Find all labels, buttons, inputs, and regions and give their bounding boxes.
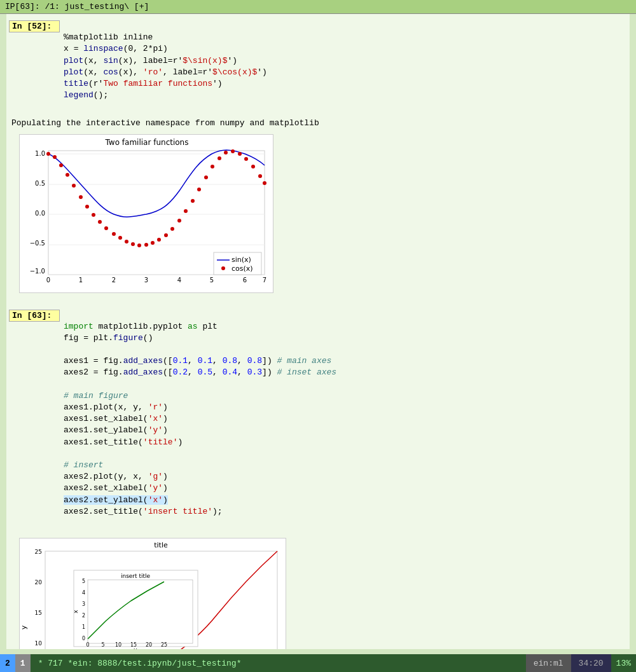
svg-text:0.5: 0.5 bbox=[35, 180, 45, 187]
svg-point-47 bbox=[231, 149, 235, 153]
svg-text:3: 3 bbox=[144, 277, 148, 284]
svg-text:cos(x): cos(x) bbox=[232, 264, 253, 273]
svg-text:10: 10 bbox=[35, 640, 43, 647]
svg-text:25: 25 bbox=[35, 549, 42, 555]
svg-text:3: 3 bbox=[82, 601, 85, 607]
svg-text:20: 20 bbox=[146, 642, 152, 648]
svg-text:2: 2 bbox=[112, 277, 116, 284]
chart2-svg: title y x 25 20 15 10 5 0 0 1 2 3 bbox=[19, 538, 286, 649]
svg-point-20 bbox=[53, 155, 57, 159]
svg-rect-74 bbox=[74, 570, 198, 647]
svg-point-43 bbox=[204, 175, 208, 179]
svg-point-34 bbox=[144, 243, 148, 247]
svg-point-40 bbox=[184, 209, 188, 213]
svg-point-33 bbox=[137, 243, 141, 247]
cell-63: In [63]: import matplotlib.pyplot as plt… bbox=[6, 303, 630, 650]
svg-text:1: 1 bbox=[82, 624, 85, 630]
svg-point-29 bbox=[112, 232, 116, 236]
svg-point-41 bbox=[191, 199, 195, 203]
svg-point-22 bbox=[66, 173, 69, 177]
svg-point-23 bbox=[72, 184, 76, 188]
svg-point-21 bbox=[59, 163, 63, 167]
svg-text:25: 25 bbox=[161, 642, 167, 648]
title-text: IP[63]: /1: just_testing\ [+] bbox=[5, 2, 149, 11]
chart1-title: Two familiar functions bbox=[105, 138, 189, 147]
svg-text:insert title: insert title bbox=[121, 573, 151, 579]
output-text-52: Populating the interactive namespace fro… bbox=[6, 117, 630, 129]
svg-point-27 bbox=[98, 220, 102, 224]
svg-point-46 bbox=[224, 151, 228, 154]
chart2-container: title y x 25 20 15 10 5 0 0 1 2 3 bbox=[19, 538, 286, 649]
svg-text:2: 2 bbox=[82, 613, 85, 619]
svg-text:−1.0: −1.0 bbox=[30, 268, 45, 275]
svg-point-35 bbox=[151, 241, 155, 245]
svg-text:20: 20 bbox=[35, 579, 43, 586]
status-bar: 2 1 * 717 *ein: 8888/test.ipynb/just_tes… bbox=[0, 654, 636, 672]
svg-point-36 bbox=[157, 238, 161, 242]
title-bar: IP[63]: /1: just_testing\ [+] bbox=[0, 0, 636, 14]
cell-code-52[interactable]: %matplotlib inline x = linspace(0, 2*pi)… bbox=[64, 19, 630, 114]
cell-code-63[interactable]: import matplotlib.pyplot as plt fig = pl… bbox=[64, 308, 630, 531]
svg-text:5: 5 bbox=[210, 277, 214, 284]
svg-point-39 bbox=[177, 219, 181, 223]
svg-point-52 bbox=[263, 181, 266, 185]
cell-52: In [52]: %matplotlib inline x = linspace… bbox=[6, 14, 630, 303]
svg-point-37 bbox=[164, 233, 168, 237]
chart1-svg: Two familiar functions 1.0 0.5 0.0 −0.5 … bbox=[19, 134, 273, 293]
svg-text:x: x bbox=[73, 610, 79, 614]
svg-point-24 bbox=[79, 195, 83, 199]
svg-text:1: 1 bbox=[79, 277, 83, 284]
svg-point-44 bbox=[211, 165, 214, 168]
svg-text:0.0: 0.0 bbox=[35, 210, 45, 217]
svg-point-48 bbox=[238, 152, 242, 156]
svg-point-25 bbox=[85, 205, 89, 209]
svg-text:y: y bbox=[20, 625, 28, 629]
svg-text:15: 15 bbox=[130, 642, 137, 648]
status-mode-1: 1 bbox=[15, 654, 31, 672]
svg-text:10: 10 bbox=[115, 642, 121, 648]
svg-text:sin(x): sin(x) bbox=[232, 256, 251, 264]
svg-text:0: 0 bbox=[82, 636, 85, 641]
svg-text:title: title bbox=[154, 541, 168, 549]
svg-point-51 bbox=[258, 174, 262, 178]
svg-point-45 bbox=[218, 156, 221, 160]
svg-text:7: 7 bbox=[263, 277, 266, 284]
svg-text:−0.5: −0.5 bbox=[30, 240, 45, 247]
status-position: 34:20 bbox=[571, 654, 611, 672]
status-notebook: * 717 *ein: 8888/test.ipynb/just_testing… bbox=[31, 654, 526, 672]
svg-text:15: 15 bbox=[35, 610, 42, 616]
svg-text:4: 4 bbox=[177, 277, 181, 284]
chart1-container: Two familiar functions 1.0 0.5 0.0 −0.5 … bbox=[19, 134, 273, 296]
svg-text:5: 5 bbox=[101, 642, 104, 648]
status-vim-mode: ein:ml bbox=[526, 654, 571, 672]
svg-point-49 bbox=[244, 157, 248, 161]
svg-text:4: 4 bbox=[82, 590, 85, 596]
svg-point-56 bbox=[221, 266, 225, 270]
svg-point-30 bbox=[118, 236, 122, 240]
svg-text:0: 0 bbox=[46, 277, 50, 284]
status-percent: 13% bbox=[611, 654, 636, 672]
svg-point-38 bbox=[170, 227, 174, 231]
svg-text:6: 6 bbox=[243, 277, 247, 284]
svg-text:1.0: 1.0 bbox=[35, 150, 45, 157]
svg-point-50 bbox=[251, 165, 255, 168]
notebook: In [52]: %matplotlib inline x = linspace… bbox=[6, 14, 630, 649]
svg-point-19 bbox=[46, 152, 50, 156]
svg-text:5: 5 bbox=[82, 579, 85, 584]
cell-prompt-52: In [52]: bbox=[9, 20, 60, 32]
svg-point-26 bbox=[92, 213, 95, 217]
svg-point-42 bbox=[197, 188, 201, 191]
svg-point-31 bbox=[125, 240, 128, 243]
status-mode-2: 2 bbox=[0, 654, 15, 672]
svg-point-32 bbox=[131, 242, 135, 246]
cell-prompt-63: In [63]: bbox=[9, 310, 60, 322]
svg-point-28 bbox=[104, 226, 108, 230]
